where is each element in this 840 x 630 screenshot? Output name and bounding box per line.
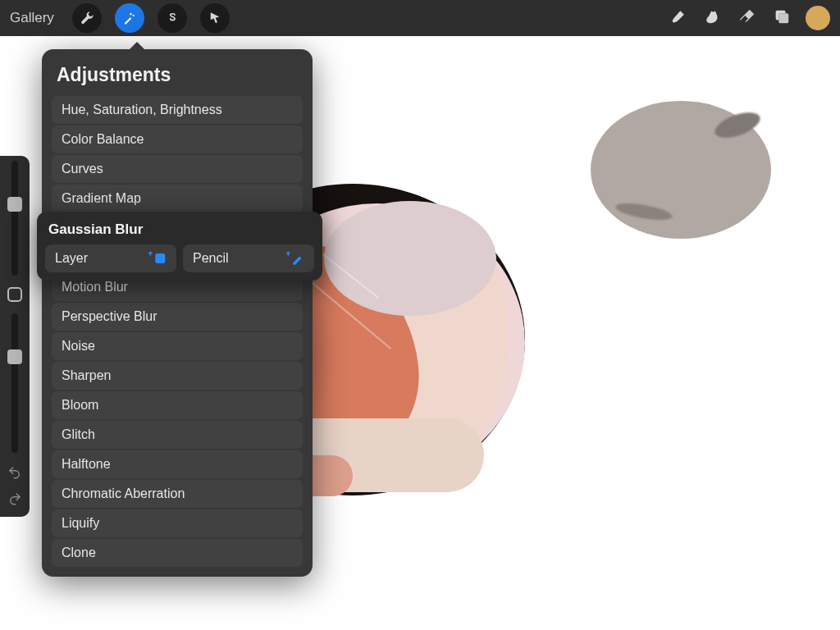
smudge-icon xyxy=(704,7,722,29)
adjustment-item-noise[interactable]: Noise xyxy=(52,332,303,360)
top-toolbar: Gallery xyxy=(0,0,840,36)
flyout-options: Layer Pencil xyxy=(45,244,314,272)
adjustment-item-chromatic-aberration[interactable]: Chromatic Aberration xyxy=(52,480,303,508)
svg-rect-3 xyxy=(155,253,165,263)
adjustments-popover: Adjustments Hue, Saturation, Brightness … xyxy=(42,49,313,577)
brush-icon xyxy=(669,7,687,29)
undo-button[interactable] xyxy=(7,466,23,482)
selection-s-icon xyxy=(165,11,180,25)
adjustment-item-color-balance[interactable]: Color Balance xyxy=(52,126,303,153)
actions-button[interactable] xyxy=(72,3,102,33)
color-swatch[interactable] xyxy=(806,6,830,30)
gaussian-blur-apply-layer[interactable]: Layer xyxy=(45,244,176,272)
wrench-icon xyxy=(80,11,94,25)
gallery-link[interactable]: Gallery xyxy=(5,7,59,30)
option-label: Layer xyxy=(55,251,88,266)
adjustment-item-curves[interactable]: Curves xyxy=(52,155,303,183)
transform-button[interactable] xyxy=(200,3,230,33)
side-slider-rail xyxy=(0,156,30,517)
option-label: Pencil xyxy=(193,251,229,266)
popover-title: Adjustments xyxy=(52,64,303,96)
layers-tool[interactable] xyxy=(771,7,792,29)
brush-tool[interactable] xyxy=(668,7,689,29)
redo-icon xyxy=(7,491,22,509)
eraser-icon xyxy=(738,7,756,29)
adjustments-button[interactable] xyxy=(115,3,144,33)
layers-icon xyxy=(773,7,791,29)
smudge-tool[interactable] xyxy=(702,7,724,29)
magic-wand-icon xyxy=(122,11,137,25)
slider-thumb[interactable] xyxy=(7,197,22,212)
gaussian-blur-flyout: Gaussian Blur Layer Pencil xyxy=(37,212,322,281)
pencil-apply-icon xyxy=(285,251,304,266)
gaussian-blur-apply-pencil[interactable]: Pencil xyxy=(183,244,314,272)
svg-rect-2 xyxy=(778,13,788,23)
undo-icon xyxy=(7,465,22,483)
layer-apply-icon xyxy=(147,251,167,266)
redo-button[interactable] xyxy=(7,492,23,509)
cursor-arrow-icon xyxy=(208,11,222,25)
adjustments-list: Hue, Saturation, Brightness Color Balanc… xyxy=(52,96,303,567)
adjustment-item-glitch[interactable]: Glitch xyxy=(52,421,303,449)
opacity-slider[interactable] xyxy=(11,313,18,453)
adjustment-item-gradient-map[interactable]: Gradient Map xyxy=(52,185,303,212)
flyout-title: Gaussian Blur xyxy=(45,220,314,244)
adjustment-item-bloom[interactable]: Bloom xyxy=(52,391,303,419)
adjustment-item-perspective-blur[interactable]: Perspective Blur xyxy=(52,303,303,331)
adjustment-item-hsb[interactable]: Hue, Saturation, Brightness xyxy=(52,96,303,124)
eraser-tool[interactable] xyxy=(737,7,758,29)
adjustment-item-liquify[interactable]: Liquify xyxy=(52,509,303,537)
adjustment-item-halftone[interactable]: Halftone xyxy=(52,450,303,478)
brush-size-slider[interactable] xyxy=(11,161,18,276)
toolbar-left-group: Gallery xyxy=(5,3,230,33)
selection-button[interactable] xyxy=(158,3,187,33)
slider-thumb[interactable] xyxy=(7,349,22,364)
toolbar-right-group xyxy=(668,6,830,30)
modifier-button[interactable] xyxy=(7,287,22,302)
adjustment-item-clone[interactable]: Clone xyxy=(52,539,303,567)
adjustment-item-sharpen[interactable]: Sharpen xyxy=(52,362,303,390)
